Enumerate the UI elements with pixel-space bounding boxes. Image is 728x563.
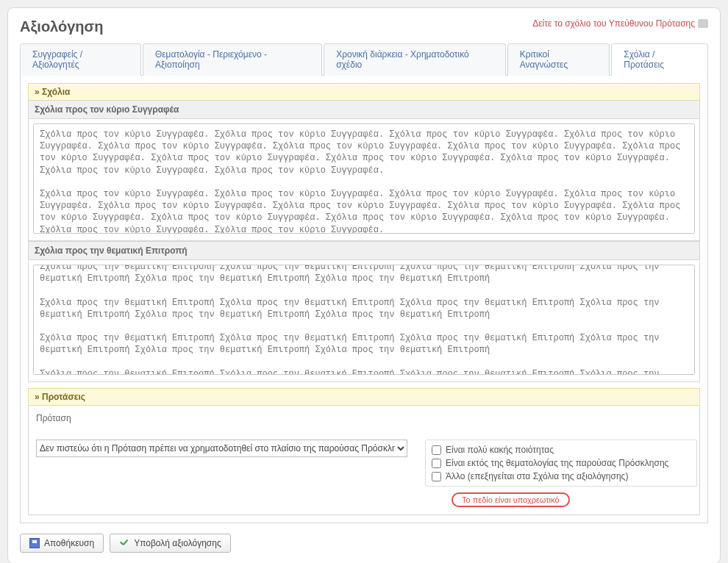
required-indicator: Το πεδίο είναι υποχρεωτικό bbox=[452, 492, 570, 507]
author-comments-wrap bbox=[28, 119, 700, 241]
comment-bubble-icon bbox=[698, 19, 708, 28]
check-other[interactable] bbox=[432, 472, 441, 481]
committee-comments-textarea[interactable] bbox=[33, 265, 695, 375]
tab-comments-proposals[interactable]: Σχόλια / Προτάσεις bbox=[611, 43, 708, 76]
proposal-field-label: Πρόταση bbox=[36, 413, 692, 423]
committee-comments-label: Σχόλια προς την θεματική Επιτροπή bbox=[28, 241, 700, 260]
check-row-offtopic[interactable]: Είναι εκτός της θεματολογίας της παρούσα… bbox=[432, 458, 690, 468]
proposals-body: Πρόταση Δεν πιστεύω ότι η Πρόταση πρέπει… bbox=[28, 406, 700, 515]
tab-content: » Σχόλια Σχόλια προς τον κύριο Συγγραφέα… bbox=[20, 76, 708, 523]
check-quality-label: Είναι πολύ κακής ποιότητας bbox=[446, 445, 554, 455]
reason-checkbox-group: Είναι πολύ κακής ποιότητας Είναι εκτός τ… bbox=[425, 440, 697, 487]
check-offtopic-label: Είναι εκτός της θεματολογίας της παρούσα… bbox=[446, 458, 668, 468]
submit-button[interactable]: Υποβολή αξιολόγησης bbox=[110, 534, 231, 553]
committee-comments-wrap bbox=[28, 260, 700, 382]
save-button[interactable]: Αποθήκευση bbox=[20, 534, 104, 553]
save-button-label: Αποθήκευση bbox=[44, 538, 94, 548]
author-comments-textarea[interactable] bbox=[33, 123, 695, 234]
proposal-row: Δεν πιστεύω ότι η Πρόταση πρέπει να χρημ… bbox=[36, 440, 692, 487]
proposal-select[interactable]: Δεν πιστεύω ότι η Πρόταση πρέπει να χρημ… bbox=[36, 440, 407, 457]
check-row-quality[interactable]: Είναι πολύ κακής ποιότητας bbox=[432, 445, 690, 455]
proposal-select-wrap: Δεν πιστεύω ότι η Πρόταση πρέπει να χρημ… bbox=[36, 440, 407, 457]
tab-critical-readers[interactable]: Κριτικοί Αναγνώστες bbox=[507, 43, 610, 76]
tab-bar: Συγγραφείς / Αξιολογητές Θεματολογία - Π… bbox=[20, 43, 708, 76]
check-quality[interactable] bbox=[432, 445, 441, 455]
section-proposals-header: » Προτάσεις bbox=[28, 388, 700, 406]
panel-header: Αξιολόγηση Δείτε το σχόλιο του Υπεύθυνου… bbox=[20, 18, 708, 35]
check-other-label: Άλλο (επεξηγείται στα Σχόλια της αξιολόγ… bbox=[446, 471, 628, 481]
tab-authors-reviewers[interactable]: Συγγραφείς / Αξιολογητές bbox=[20, 43, 141, 76]
check-offtopic[interactable] bbox=[432, 459, 441, 468]
submit-button-label: Υποβολή αξιολόγησης bbox=[134, 538, 221, 548]
author-comments-label: Σχόλια προς τον κύριο Συγγραφέα bbox=[28, 101, 700, 119]
tab-topic-content[interactable]: Θεματολογία - Περιεχόμενο - Αξιοποίηση bbox=[143, 43, 322, 76]
action-bar: Αποθήκευση Υποβολή αξιολόγησης bbox=[20, 534, 708, 553]
save-icon bbox=[29, 538, 40, 548]
tab-duration-funding[interactable]: Χρονική διάρκεια - Χρηματοδοτικό σχέδιο bbox=[324, 43, 506, 76]
page-title: Αξιολόγηση bbox=[20, 18, 103, 35]
check-icon bbox=[119, 538, 129, 548]
supervisor-comment-link[interactable]: Δείτε το σχόλιο του Υπεύθυνου Πρότασης bbox=[532, 18, 708, 29]
section-comments-header: » Σχόλια bbox=[28, 83, 700, 101]
link-text: Δείτε το σχόλιο του Υπεύθυνου Πρότασης bbox=[532, 18, 695, 29]
required-indicator-wrap: Το πεδίο είναι υποχρεωτικό bbox=[452, 492, 692, 507]
check-row-other[interactable]: Άλλο (επεξηγείται στα Σχόλια της αξιολόγ… bbox=[432, 471, 690, 481]
evaluation-panel: Αξιολόγηση Δείτε το σχόλιο του Υπεύθυνου… bbox=[7, 7, 721, 563]
